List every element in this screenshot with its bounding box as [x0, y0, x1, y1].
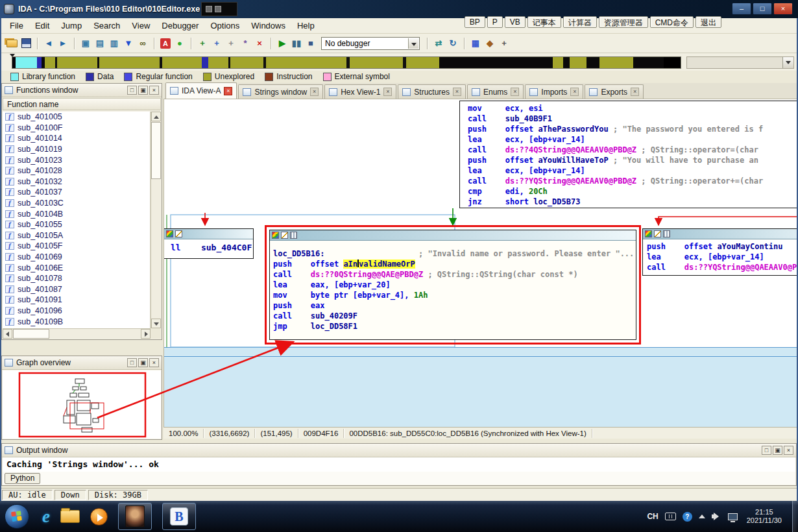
panel-restore-icon[interactable]: □	[762, 446, 771, 455]
basic-block-top[interactable]: mov ecx, esicall sub_40B9F1push offset a…	[459, 101, 798, 208]
function-item[interactable]: fsub_40103C	[3, 198, 150, 209]
segments-icon[interactable]: ◆	[483, 37, 496, 50]
back-icon[interactable]: ◄	[42, 37, 55, 50]
jump-window-icon[interactable]: ▣	[79, 37, 92, 50]
menu-item-edit[interactable]: Edit	[29, 19, 55, 32]
node-color-icon[interactable]	[166, 230, 173, 237]
menu-item-help[interactable]: Help	[291, 19, 320, 32]
ida-graph-view[interactable]: mov ecx, esicall sub_40B9F1push offset a…	[163, 99, 798, 427]
functions-horizontal-scrollbar[interactable]	[3, 328, 151, 339]
close-button[interactable]: ×	[773, 3, 793, 15]
node-edit-icon[interactable]	[175, 230, 182, 237]
graph-overview-map[interactable]	[3, 370, 161, 439]
python-cli-button[interactable]: Python	[5, 473, 40, 484]
launcher-button-5[interactable]: 资源管理器	[599, 16, 648, 28]
scroll-left-icon[interactable]	[3, 329, 12, 339]
panel-close-icon[interactable]: ×	[149, 86, 159, 95]
basic-block-right[interactable]: push offset aYouMayContinulea ecx, [ebp+…	[642, 228, 798, 276]
functions-window-titlebar[interactable]: Functions window □ ▣ ×	[2, 84, 162, 97]
open-file-icon[interactable]	[5, 37, 18, 50]
tab-close-icon[interactable]: ×	[224, 87, 232, 95]
navigation-band[interactable]	[12, 56, 681, 69]
goto-address-icon[interactable]: ▼	[122, 37, 135, 50]
node-color-icon[interactable]	[645, 230, 652, 237]
navband-scale-control[interactable]	[686, 56, 794, 69]
edit-breakpoint-icon[interactable]: +	[210, 37, 223, 50]
tab-close-icon[interactable]: ×	[310, 88, 319, 96]
tab-imports[interactable]: Imports×	[525, 84, 583, 99]
help-tray-icon[interactable]: ?	[683, 512, 692, 522]
combo-arrow-icon[interactable]	[408, 38, 418, 49]
tab-close-icon[interactable]: ×	[570, 88, 579, 96]
colors-icon[interactable]: ●	[173, 37, 186, 50]
forward-icon[interactable]: ►	[56, 37, 69, 50]
ascii-strings-icon[interactable]: A	[160, 38, 171, 49]
launcher-button-7[interactable]: 退出	[695, 16, 721, 28]
network-icon[interactable]	[728, 513, 738, 520]
menu-item-debugger[interactable]: Debugger	[156, 19, 204, 32]
taskbar-clock[interactable]: 21:15 2021/11/30	[747, 508, 782, 525]
tab-hex-view-1[interactable]: Hex View-1×	[324, 84, 396, 99]
node-edit-icon[interactable]	[654, 230, 661, 237]
function-item[interactable]: fsub_401019	[3, 144, 150, 155]
horizontal-scroll-thumb[interactable]	[13, 329, 49, 339]
function-item[interactable]: fsub_401005	[3, 112, 150, 123]
function-item[interactable]: fsub_40104B	[3, 208, 150, 219]
debugger-select[interactable]: No debugger	[321, 37, 420, 50]
function-name-column-header[interactable]: Function name	[3, 98, 161, 110]
node-header[interactable]	[643, 229, 798, 239]
tab-close-icon[interactable]: ×	[383, 88, 392, 96]
run-icon[interactable]: ▶	[276, 37, 289, 50]
show-hidden-icons-icon[interactable]	[699, 514, 705, 518]
jump-name-icon[interactable]: ▥	[108, 37, 121, 50]
imports-view-icon[interactable]: ▦	[469, 37, 482, 50]
launcher-button-3[interactable]: 记事本	[527, 16, 561, 28]
trace-icon[interactable]: +	[224, 37, 237, 50]
function-item[interactable]: fsub_401069	[3, 252, 150, 263]
windows-explorer-icon[interactable]	[60, 510, 80, 523]
launcher-button-1[interactable]: P	[487, 16, 503, 28]
refresh-icon[interactable]: ↻	[446, 37, 459, 50]
function-item[interactable]: fsub_401014	[3, 133, 150, 144]
node-group-icon[interactable]	[663, 230, 670, 237]
menu-item-file[interactable]: File	[4, 19, 29, 32]
graph-overview-titlebar[interactable]: Graph overview □ ▣ ×	[2, 356, 162, 370]
menu-item-windows[interactable]: Windows	[245, 19, 291, 32]
panel-close-icon[interactable]: ×	[784, 446, 793, 455]
launcher-button-6[interactable]: CMD命令	[650, 16, 694, 28]
panel-float-icon[interactable]: ▣	[773, 446, 782, 455]
scroll-up-icon[interactable]	[151, 112, 161, 121]
graph-overview-minimap[interactable]	[3, 370, 162, 439]
output-window-titlebar[interactable]: Output window □ ▣ ×	[2, 444, 796, 457]
panel-restore-icon[interactable]: □	[127, 86, 137, 95]
node-group-icon[interactable]	[290, 232, 297, 239]
function-item[interactable]: fsub_401037	[3, 187, 150, 198]
tab-close-icon[interactable]: ×	[631, 88, 639, 96]
image-viewer-task[interactable]	[118, 503, 152, 530]
tab-enums[interactable]: Enums×	[467, 84, 524, 99]
basic-block-left[interactable]: ll sub_404C0F	[163, 228, 254, 259]
stop-icon[interactable]: ■	[304, 37, 317, 50]
jump-segment-icon[interactable]: ▤	[93, 37, 106, 50]
function-item[interactable]: fsub_40100F	[3, 123, 150, 134]
search-icon[interactable]: ∞	[136, 37, 149, 50]
function-item[interactable]: fsub_40106E	[3, 262, 150, 273]
tab-close-icon[interactable]: ×	[453, 88, 461, 96]
function-item[interactable]: fsub_401087	[3, 284, 150, 295]
panel-restore-icon[interactable]: □	[127, 358, 137, 367]
node-color-icon[interactable]	[272, 232, 279, 239]
node-header[interactable]	[270, 230, 636, 241]
tools-icon[interactable]: +	[498, 37, 511, 50]
input-language-indicator[interactable]: CH	[647, 512, 658, 521]
tab-exports[interactable]: Exports×	[585, 84, 644, 99]
pause-icon[interactable]: ▮▮	[290, 37, 303, 50]
volume-icon[interactable]	[712, 513, 721, 520]
basic-block-loc-dd5b16[interactable]: loc_DD5B16: ; "Invalid name or password.…	[269, 230, 636, 340]
menu-item-search[interactable]: Search	[88, 19, 126, 32]
browser-task[interactable]: B	[162, 503, 196, 530]
function-item[interactable]: fsub_401091	[3, 295, 150, 306]
media-player-icon[interactable]	[90, 508, 108, 526]
panel-float-icon[interactable]: ▣	[138, 358, 148, 367]
function-item[interactable]: fsub_401096	[3, 306, 150, 317]
tab-strings-window[interactable]: Strings window×	[238, 84, 323, 99]
